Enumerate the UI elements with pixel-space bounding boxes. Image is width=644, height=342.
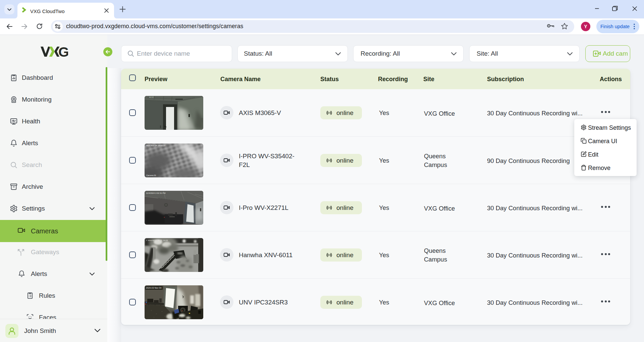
svg-text:11/4/2024 2:02:31 PM: 11/4/2024 2:02:31 PM	[146, 192, 166, 194]
svg-text:Y XNV-6011 04-11 14:02: Y XNV-6011 04-11 14:02	[146, 239, 168, 241]
svg-text:Mon Nov 04 14:02:27: Mon Nov 04 14:02:27	[146, 145, 166, 147]
svg-text:Camera 01: Camera 01	[146, 174, 156, 176]
svg-text:A I C: A I C	[149, 96, 154, 98]
svg-text:2024-03 Nov 04: 2024-03 Nov 04	[146, 287, 162, 289]
svg-text:G: G	[58, 47, 68, 57]
